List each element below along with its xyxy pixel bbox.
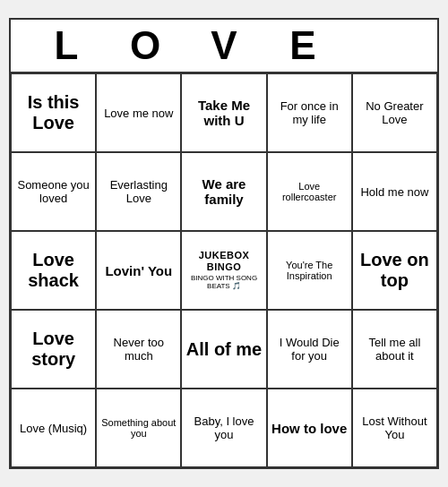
cell-4-1: Love story (11, 310, 96, 389)
cell-1-1: Is this Love (11, 73, 96, 152)
bingo-header: L O V E (11, 20, 437, 72)
cell-5-3: Baby, I love you (181, 389, 266, 467)
cell-4-4: I Would Die for you (267, 310, 352, 389)
header-letter-o: O (106, 23, 185, 68)
cell-5-4: How to love (267, 389, 352, 467)
cell-3-1: Love shack (11, 231, 96, 310)
cell-3-3-jukebox: JUKEBOX BINGO BINGO WITH SONG BEATS 🎵 (181, 231, 266, 310)
cell-4-5: Tell me all about it (352, 310, 437, 389)
cell-4-3: All of me (181, 310, 266, 389)
cell-2-2: Everlasting Love (96, 152, 181, 231)
cell-3-4: You're The Inspiration (267, 231, 352, 310)
cell-2-3: We are family (181, 152, 266, 231)
bingo-grid: Is this Love Love me now Take Me with U … (11, 72, 437, 467)
cell-5-5: Lost Without You (352, 389, 437, 467)
cell-2-1: Someone you loved (11, 152, 96, 231)
header-letter-l: L (27, 23, 106, 68)
cell-3-2: Lovin' You (96, 231, 181, 310)
cell-2-5: Hold me now (352, 152, 437, 231)
cell-5-1: Love (Musiq) (11, 389, 96, 467)
cell-1-5: No Greater Love (352, 73, 437, 152)
cell-3-5: Love on top (352, 231, 437, 310)
cell-2-4: Love rollercoaster (267, 152, 352, 231)
cell-1-2: Love me now (96, 73, 181, 152)
cell-4-2: Never too much (96, 310, 181, 389)
header-letter-e: E (263, 23, 342, 68)
bingo-card: L O V E Is this Love Love me now Take Me… (9, 18, 439, 469)
cell-5-2: Something about you (96, 389, 181, 467)
header-letter-v: V (185, 23, 263, 68)
cell-1-3: Take Me with U (181, 73, 266, 152)
cell-1-4: For once in my life (267, 73, 352, 152)
